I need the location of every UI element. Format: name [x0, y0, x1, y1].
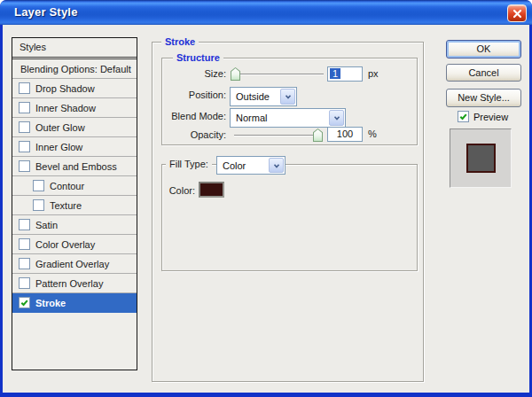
sidebar-item-label: Stroke: [35, 298, 66, 308]
color-label: Color:: [162, 185, 195, 196]
styles-sidebar: Styles Blending Options: Default Drop Sh…: [12, 37, 137, 370]
stroke-color-swatch[interactable]: [199, 182, 224, 198]
position-value: Outside: [236, 91, 270, 102]
preview-checkbox[interactable]: [458, 111, 469, 122]
sidebar-item-label: Color Overlay: [35, 239, 95, 250]
close-button[interactable]: [507, 4, 527, 22]
opacity-slider-thumb[interactable]: [313, 128, 323, 142]
close-icon: [512, 9, 522, 19]
sidebar-item-texture[interactable]: Texture: [12, 196, 137, 215]
sidebar-item-label: Pattern Overlay: [35, 278, 103, 289]
new-style-button[interactable]: New Style...: [446, 89, 521, 107]
sidebar-item-label: Satin: [35, 220, 58, 230]
ok-button[interactable]: OK: [446, 40, 521, 58]
satin-checkbox[interactable]: [19, 219, 30, 230]
blend-mode-label: Blend Mode:: [162, 111, 226, 121]
sidebar-item-bevel-and-emboss[interactable]: Bevel and Emboss: [12, 157, 137, 176]
layer-style-dialog: Layer Style Styles Blending Options: Def…: [0, 0, 532, 397]
fill-type-dropdown-button[interactable]: [269, 158, 284, 173]
blend-mode-dropdown-button[interactable]: [329, 110, 344, 126]
sidebar-item-label: Inner Shadow: [35, 103, 96, 113]
inner-shadow-checkbox[interactable]: [19, 102, 30, 113]
sidebar-header: Styles: [12, 38, 137, 58]
sidebar-item-label: Contour: [50, 181, 84, 191]
texture-checkbox[interactable]: [33, 199, 44, 211]
opacity-label: Opacity:: [162, 129, 226, 140]
size-unit: px: [368, 68, 379, 79]
position-label: Position:: [162, 90, 226, 100]
opacity-input[interactable]: 100: [327, 127, 363, 142]
outer-glow-checkbox[interactable]: [19, 121, 30, 133]
stroke-checkbox[interactable]: [19, 297, 30, 308]
check-icon: [20, 298, 29, 307]
opacity-slider-track[interactable]: [234, 135, 316, 136]
structure-group: Structure Size: 1 px Position: Outside: [161, 58, 418, 145]
window-title: Layer Style: [14, 5, 78, 19]
style-preview-thumbnail: [450, 128, 512, 188]
drop-shadow-checkbox[interactable]: [19, 82, 30, 94]
blend-mode-value: Normal: [236, 113, 267, 123]
chevron-down-icon: [272, 161, 281, 170]
sidebar-item-color-overlay[interactable]: Color Overlay: [12, 235, 137, 254]
size-value: 1: [330, 68, 340, 79]
sidebar-item-pattern-overlay[interactable]: Pattern Overlay: [12, 274, 137, 293]
chevron-down-icon: [332, 113, 341, 122]
sidebar-item-label: Inner Glow: [35, 142, 82, 152]
fill-type-value: Color: [223, 160, 246, 171]
inner-glow-checkbox[interactable]: [19, 141, 30, 152]
sidebar-item-label: Gradient Overlay: [35, 259, 109, 269]
fill-type-dropdown[interactable]: Color: [216, 156, 286, 175]
size-slider-track[interactable]: [233, 74, 324, 75]
size-label: Size:: [162, 68, 226, 79]
dialog-body: Styles Blending Options: Default Drop Sh…: [3, 25, 529, 393]
sidebar-item-label: Texture: [50, 200, 82, 211]
sidebar-item-inner-glow[interactable]: Inner Glow: [12, 137, 137, 157]
size-slider-thumb[interactable]: [231, 67, 240, 81]
structure-group-title: Structure: [173, 51, 223, 64]
color-overlay-checkbox[interactable]: [19, 238, 30, 250]
contour-checkbox[interactable]: [33, 180, 44, 191]
sidebar-item-contour[interactable]: Contour: [12, 176, 137, 196]
sidebar-item-label: Outer Glow: [35, 122, 85, 133]
preview-stroke-sample: [466, 144, 496, 173]
fill-type-group: Fill Type: Color Color:: [161, 164, 418, 271]
sidebar-item-gradient-overlay[interactable]: Gradient Overlay: [12, 254, 137, 274]
cancel-button[interactable]: Cancel: [446, 64, 521, 82]
sidebar-item-label: Bevel and Emboss: [35, 161, 117, 172]
pattern-overlay-checkbox[interactable]: [19, 277, 30, 289]
stroke-group-title: Stroke: [161, 35, 199, 48]
position-dropdown-button[interactable]: [280, 89, 295, 105]
stroke-group: Stroke Structure Size: 1 px Position: Ou…: [152, 42, 424, 382]
bevel-emboss-checkbox[interactable]: [19, 160, 30, 172]
sidebar-item-blending-options[interactable]: Blending Options: Default: [12, 59, 137, 79]
blend-mode-dropdown[interactable]: Normal: [230, 108, 346, 128]
sidebar-item-label: Blending Options: Default: [20, 64, 131, 74]
sidebar-item-drop-shadow[interactable]: Drop Shadow: [12, 79, 137, 98]
sidebar-item-inner-shadow[interactable]: Inner Shadow: [12, 98, 137, 118]
preview-label: Preview: [473, 112, 508, 122]
opacity-unit: %: [368, 128, 377, 139]
title-bar[interactable]: Layer Style: [0, 0, 532, 25]
size-input[interactable]: 1: [327, 66, 363, 82]
sidebar-item-stroke[interactable]: Stroke: [12, 293, 137, 313]
position-dropdown[interactable]: Outside: [230, 87, 297, 106]
sidebar-item-label: Drop Shadow: [35, 83, 95, 94]
gradient-overlay-checkbox[interactable]: [19, 258, 30, 269]
chevron-down-icon: [284, 92, 293, 101]
fill-type-label: Fill Type:: [166, 158, 212, 170]
sidebar-item-outer-glow[interactable]: Outer Glow: [12, 118, 137, 137]
sidebar-item-satin[interactable]: Satin: [12, 215, 137, 235]
opacity-value: 100: [337, 128, 353, 139]
check-icon: [458, 112, 468, 121]
preview-toggle[interactable]: Preview: [458, 111, 508, 122]
